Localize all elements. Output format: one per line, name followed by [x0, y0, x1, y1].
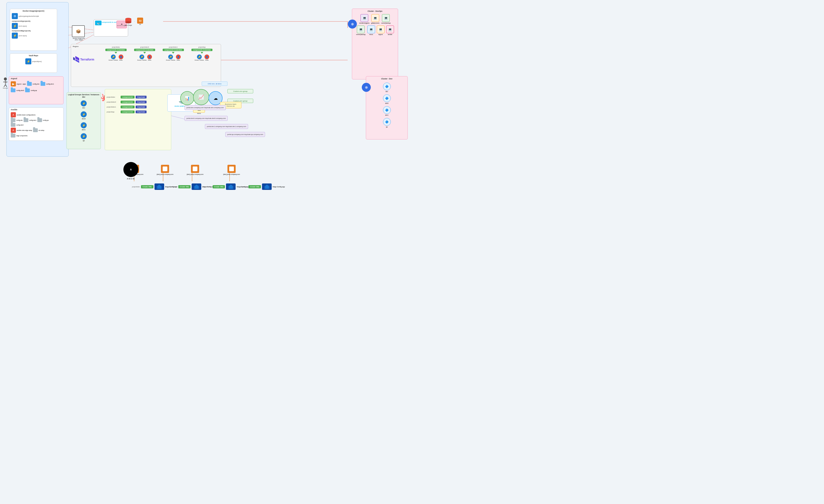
cluster-dev-title: Cluster - Dev [366, 76, 408, 81]
argocd-config-dev: config-dev [27, 81, 39, 87]
ansible-roles-icon: A [11, 128, 16, 133]
runner-backup2-item: 💻 runner(backup) [356, 25, 366, 35]
lg-dev1-label: dev1 [82, 129, 85, 131]
svg-line-36 [4, 85, 5, 87]
s3-item: S3 S3 [137, 18, 143, 25]
jump-url-2: {dev}.jump.company.com [187, 174, 203, 175]
ans-folder-dev-label: config-dev [16, 119, 23, 121]
projectaqa-label: projectAqa [198, 46, 205, 48]
blob-stage-area: Blob Stage - S3 S3 [124, 17, 143, 26]
access-policy-adev: 🔑 Access- Policies [109, 55, 118, 61]
componentB-item: ⚡ [orch-repos] [10, 32, 57, 39]
edge-project-3: projectAqa [240, 186, 247, 188]
arrow-down-aqa [201, 52, 203, 54]
gitlab-runner-item: 💻 gitlab(runner) [371, 14, 380, 24]
roles-adev: 👤 Roles [119, 55, 123, 61]
project-columns: projectAdev componentA Credentials 🔑 Acc… [105, 46, 212, 61]
componentA-item: ⚡ [orch-repos] [10, 22, 57, 29]
portal-dev0-url: portal.dev0.company.com keycloak.dev0.co… [187, 117, 226, 119]
runner-backup1-icon: 💻 [382, 14, 390, 22]
vault-icon: ⚡ [25, 59, 31, 64]
lg-dev: ⚡ dev [81, 100, 87, 109]
svg-marker-28 [195, 185, 198, 189]
lg-dev0-icon: ⚡ [81, 111, 87, 117]
svg-text:S3: S3 [139, 20, 142, 22]
nexus-label: nexus [369, 34, 373, 35]
vm-setup-icon [33, 128, 38, 132]
edge-components-icon [11, 134, 15, 137]
arrow-down-adev0 [143, 52, 146, 54]
ans-folder-dev-icon [11, 118, 15, 122]
ans-config-qa: config-qa [37, 118, 49, 122]
folder-config-dev1-icon [40, 82, 45, 86]
roles-label-adev0: Roles [148, 60, 151, 61]
folder-config-dev1-label: config-dev1 [46, 83, 54, 85]
lg-dev0: ⚡ dev0 [81, 111, 87, 120]
edge-create-btn-0[interactable]: Create VMs [141, 185, 153, 188]
jump-url-3: {dev}.jump.company.com [223, 174, 240, 175]
gitlab-runner-icon: 💻 [372, 14, 379, 22]
svg-marker-30 [229, 185, 233, 189]
ansible-cluster-icon: 💻 [386, 25, 394, 33]
svc-keycloak-2: Keycloak [136, 106, 146, 108]
dev-cluster-label: dev [386, 91, 388, 92]
argocd-apps-icon: ▶ [11, 81, 16, 87]
access-icons-adev1: 🔑 Access- Policies 👤 Roles [166, 55, 181, 61]
edge-components-label: edge-components [16, 135, 27, 136]
edge-config-icon-1 [192, 184, 201, 190]
folder-config-dev-label: config-dev [33, 83, 39, 85]
ansible-tower-label: ansible-tower-configurations [17, 114, 36, 116]
runner-backup2-icon: 💻 [357, 25, 365, 33]
project-adev0-col: projectAdev0 componentA Credentials 🔑 Ac… [134, 46, 156, 61]
cluster-dev-items: 🔷 dev 🔷 dev0 🔷 dev1 🔷 qa [366, 81, 408, 130]
logging-symbol: 📊 [185, 96, 190, 101]
folder-config-dev0-label: config-dev0 [16, 90, 24, 91]
projectadev-label: projectAdev [112, 46, 120, 48]
svc-keycloak-0: Keycloak [136, 96, 146, 98]
jump-url-1: {dev}.jump.company.com [157, 174, 173, 175]
roles-aqa: 👤 Roles [205, 55, 209, 61]
project-aqa-col: projectAqa componentA Credentials 🔑 Acce… [191, 46, 213, 61]
person-icon [2, 77, 9, 87]
portal-dev0-box: portal.dev0.company.com keycloak.dev0.co… [185, 116, 228, 121]
edge-create-btn-3[interactable]: Create VMs [248, 185, 261, 188]
svg-text:🐋: 🐋 [97, 21, 100, 25]
cluster-dev-box: ⎈ Cluster - Dev 🔷 dev 🔷 dev0 🔷 dev1 🔷 qa [366, 76, 408, 139]
svg-marker-23 [73, 57, 75, 61]
lg-dev1: ⚡ dev1 [81, 122, 87, 131]
terraform-region-box: Region Terraform projectAdev componentA … [71, 44, 221, 87]
edge-create-btn-1[interactable]: Create VMs [178, 185, 191, 188]
lg-dev-icon: ⚡ [81, 100, 87, 106]
ansible-roles-edge-label: ansible-roles-edge-setup [17, 129, 32, 131]
docker-images-title: Docker-Images(projectA) [10, 9, 57, 12]
arrow-down-adev1 [172, 52, 175, 54]
cluster-devops-items: 💻 terraform(agent) 💻 gitlab(runner) 💻 ru… [352, 13, 398, 36]
edge-project-0: projectAdev [132, 186, 140, 188]
svc-project-2: projectAdev1 [107, 106, 119, 108]
vm-setup-label: vm-setup [39, 129, 44, 131]
edge-create-btn-2[interactable]: Create VMs [213, 185, 225, 188]
service-rows: projectAdev componentA Keycloak projectA… [105, 89, 171, 115]
qa-cluster-label: qa [386, 126, 388, 128]
folder-config-dev-icon [27, 82, 32, 86]
jump-server-3: {dev}.jump.company.com [223, 165, 240, 175]
ans-folder-dev0-label: config-dev0 [16, 124, 24, 126]
docker-image-stage-box: 📦 [72, 25, 85, 37]
portal-qa-url: portal.qa.company.com keycloak.qa.compan… [227, 133, 263, 135]
componentA-icon: ⚡ [12, 23, 18, 29]
logical-groups-box: Logical Groups Services / Instances dev … [67, 92, 101, 149]
qa-cluster-icon: 🔷 [383, 118, 391, 126]
custom-env-0-label: Custom-env-group [233, 90, 247, 92]
dev1-cluster-item: 🔷 dev1 [371, 106, 403, 116]
jump-icon-3 [227, 165, 236, 173]
services-keycloak-box: projectAdev componentA Keycloak projectA… [105, 89, 171, 150]
argocd-box: Argocd ▶ argocd - apps config-dev config… [9, 76, 64, 104]
person-label: Devops [2, 87, 9, 89]
cluster-devops-box: ⎈ Cluster - DevOps 💻 terraform(agent) 💻 … [352, 9, 398, 79]
roles-icon-aqa: 👤 [205, 55, 209, 59]
blob-stage-item: Blob Stage [124, 17, 132, 26]
s3-label: S3 [139, 24, 141, 25]
argocd-config-dev1: config-dev1 [40, 81, 54, 87]
dev0-cluster-icon: 🔷 [383, 94, 391, 102]
netdata-circle: 📈 Netdata [193, 89, 209, 107]
